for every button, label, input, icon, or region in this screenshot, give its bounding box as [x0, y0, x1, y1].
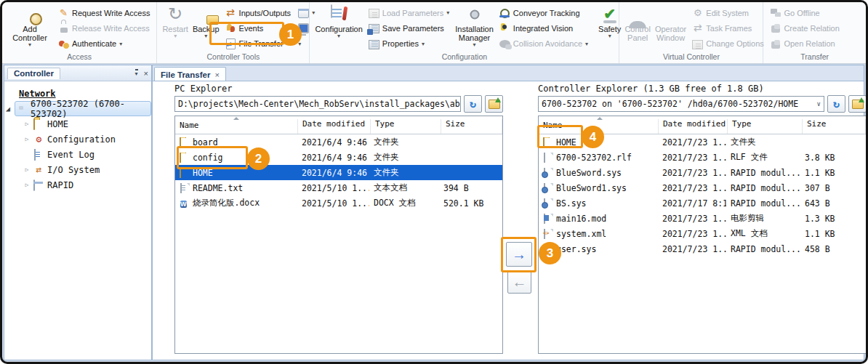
expander-icon[interactable]: ▷ [23, 136, 31, 142]
group-label-access: Access [2, 52, 156, 63]
tree-item-station[interactable]: 6700-523702 (6700-523702) [15, 101, 151, 116]
tree-item-network[interactable]: Network [19, 89, 56, 99]
rapid-icon [33, 179, 35, 191]
expander-icon[interactable]: ▷ [23, 166, 31, 173]
controller-browse-button[interactable] [848, 95, 867, 113]
file-transfer-view: PC Explorer D:\projects\Mech-Center\Mech… [152, 81, 864, 360]
tree-item-configuration[interactable]: Configuration [47, 134, 116, 145]
refresh-icon: ↻ [833, 99, 840, 110]
conveyor-tracking-button[interactable]: Conveyor Tracking [497, 7, 590, 20]
ribbon-group-virtual-controller: Control Panel Operator Window ⚙ Edit Sys… [619, 2, 763, 63]
tab-label: File Transfer [161, 70, 210, 79]
authenticate-label: Authenticate [72, 39, 116, 48]
browse-folder-icon [489, 100, 500, 109]
pencil-icon: ✎ [58, 7, 69, 18]
go-offline-icon [770, 7, 781, 18]
expander-icon[interactable]: ▷ [23, 121, 31, 127]
properties-label: Properties [382, 39, 419, 48]
tab-file-transfer[interactable]: File Transfer × [154, 67, 226, 81]
column-header-size[interactable]: Size [441, 119, 502, 134]
tree-item-event-log[interactable]: Event Log [47, 150, 95, 160]
inputs-outputs-button[interactable]: ⇄ Inputs/Outputs [223, 7, 294, 20]
authenticate-button[interactable]: Authenticate ▾ [56, 37, 152, 50]
release-write-access-button: Release Write Access [56, 22, 152, 35]
refresh-icon: ↻ [470, 99, 476, 110]
inputs-outputs-label: Inputs/Outputs [239, 9, 292, 17]
close-icon[interactable]: × [144, 69, 148, 78]
window-icon [298, 9, 309, 18]
column-header-size[interactable]: Size [803, 119, 866, 134]
pc-browse-button[interactable] [485, 95, 503, 113]
edit-system-label: Edit System [706, 9, 749, 17]
column-header-date[interactable]: Date modified [298, 119, 371, 134]
table-row[interactable]: main16.mod 2021/7/23 1...电影剪辑1.3 KB [539, 211, 866, 226]
table-row[interactable]: README.txt 2021/5/10 1...文本文档394 B [175, 180, 502, 195]
inputs-outputs-icon: ⇄ [225, 7, 236, 18]
expander-icon[interactable]: ▷ [23, 182, 31, 188]
table-row[interactable]: user.sys 2021/7/23 1...RAPID modul...458… [539, 241, 866, 256]
chevron-down-icon: ▾ [446, 10, 449, 15]
table-row[interactable]: BS.sys 2021/7/17 8:14RAPID modul...643 B [539, 195, 866, 211]
transfer-to-pc-button: ← [507, 271, 531, 294]
controller-explorer-title: Controller Explorer (1.3 GB free of 1.8 … [538, 83, 867, 95]
chevron-down-icon[interactable]: ∨ [816, 100, 822, 108]
installation-manager-button[interactable]: Installation Manager ▾ [453, 4, 496, 52]
change-options-label: Change Options [706, 39, 764, 48]
request-write-access-button[interactable]: ✎ Request Write Access [56, 7, 152, 20]
chevron-down-icon: ▾ [337, 33, 340, 39]
integrated-vision-button[interactable]: Integrated Vision [497, 22, 590, 35]
folder-icon [33, 118, 35, 130]
integrated-vision-icon [499, 23, 510, 33]
xml-file-icon [544, 229, 545, 239]
safety-icon: ✔ [600, 5, 619, 24]
expander-icon[interactable]: ◢ [4, 105, 12, 113]
control-panel-button: Control Panel [622, 4, 652, 52]
app-window: Add Controller ▾ ✎ Request Write Access … [0, 0, 868, 364]
edit-system-button: ⚙ Edit System [690, 7, 766, 20]
controller-explorer: Controller Explorer (1.3 GB free of 1.8 … [538, 83, 867, 354]
save-parameters-button[interactable]: Save Parameters [366, 22, 451, 35]
table-row[interactable]: W烧录简化版.docx 2021/5/10 1...DOCX 文档520.1 K… [175, 195, 502, 211]
tree-item-io-system[interactable]: I/O System [47, 165, 100, 175]
tree-item-rapid[interactable]: RAPID [47, 180, 73, 190]
text-file-icon [180, 183, 182, 193]
chevron-down-icon: ▾ [585, 41, 588, 46]
add-controller-button[interactable]: Add Controller ▾ [5, 4, 55, 52]
tree-item-home[interactable]: HOME [47, 119, 68, 129]
event-log-icon [34, 149, 36, 161]
column-header-name[interactable]: Name [175, 119, 298, 134]
pc-path-combobox[interactable]: D:\projects\Mech-Center\Mech_RobServ\ins… [174, 96, 461, 112]
table-row[interactable]: BlueSword1.sys 2021/7/23 1...RAPID modul… [539, 180, 866, 195]
task-frames-label: Task Frames [706, 24, 752, 33]
controller-refresh-button[interactable]: ↻ [827, 95, 845, 113]
pc-explorer-title: PC Explorer [174, 83, 503, 95]
pc-refresh-button[interactable]: ↻ [464, 95, 482, 113]
callout-3: 3 [539, 242, 561, 264]
people-icon [58, 39, 69, 49]
window-position-icon[interactable]: ▾ [135, 69, 138, 77]
rapid-module-icon [544, 168, 545, 178]
column-header-date[interactable]: Date modified [659, 119, 728, 134]
group-label-configuration: Configuration [310, 52, 619, 63]
table-row[interactable]: system.xml 2021/7/23 1...XML 文档1.1 KB [539, 226, 866, 241]
configuration-button[interactable]: Configuration ▾ [313, 4, 364, 52]
table-row[interactable]: BlueSword.sys 2021/7/23 1...RAPID modul.… [539, 165, 866, 180]
controller-file-list: Name Date modified Type Size HOME 2021/7… [538, 116, 867, 354]
sort-ascending-icon [597, 117, 603, 120]
group-label-transfer: Transfer [763, 52, 866, 63]
column-header-type[interactable]: Type [371, 119, 441, 134]
column-header-type[interactable]: Type [728, 119, 803, 134]
table-row[interactable]: 6700-523702.rlf 2021/7/23 1...RLF 文件3.8 … [539, 150, 866, 165]
go-offline-button: Go Offline [768, 7, 841, 20]
edit-system-icon: ⚙ [692, 7, 703, 18]
controller-path-combobox[interactable]: 6700-523702 on '6700-523702' /hd0a/6700-… [538, 96, 824, 112]
tab-bar: File Transfer × [152, 65, 864, 81]
restart-icon: ↻ [166, 5, 185, 24]
browse-folder-icon [852, 100, 864, 109]
load-parameters-button: Load Parameters ▾ [366, 7, 451, 20]
lock-icon [60, 28, 68, 33]
sort-ascending-icon [233, 117, 239, 120]
close-icon[interactable]: × [214, 70, 219, 79]
collision-avoidance-label: Collision Avoidance [513, 39, 582, 48]
properties-button[interactable]: Properties ▾ [366, 37, 451, 50]
